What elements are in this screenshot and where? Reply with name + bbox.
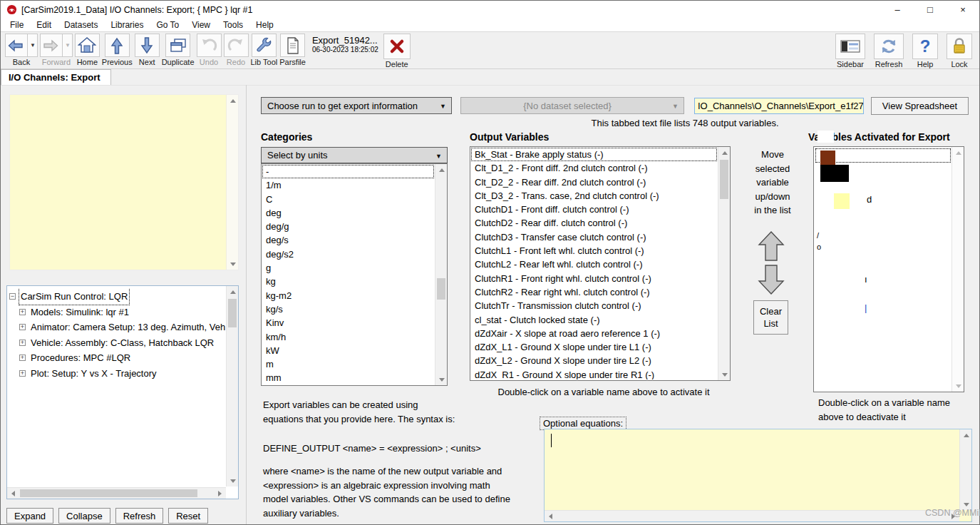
tree-item[interactable]: +Vehicle: Assembly: C-Class, Hatchback L… xyxy=(9,335,225,351)
move-down-button[interactable] xyxy=(758,264,785,295)
tree-action-button[interactable]: Refresh xyxy=(115,508,164,524)
output-variable-item[interactable]: ClutchD3 - Transfer case clutch control … xyxy=(471,230,717,244)
output-variable-item[interactable]: Bk_Stat - Brake apply status (-) xyxy=(471,148,717,161)
category-item[interactable]: mm xyxy=(262,371,434,384)
scroll-down-icon[interactable] xyxy=(230,479,236,483)
expand-icon[interactable]: + xyxy=(19,370,26,377)
equations-vscrollbar[interactable] xyxy=(959,429,971,510)
output-variable-item[interactable]: ClutchR1 - Front right whl. clutch contr… xyxy=(471,272,717,285)
tree-vscrollbar[interactable] xyxy=(226,286,238,486)
selected-activated-row[interactable] xyxy=(815,148,951,163)
output-variable-item[interactable]: dZdX_L1 - Ground X slope under tire L1 (… xyxy=(471,340,717,354)
menu-item[interactable]: Libraries xyxy=(104,19,150,31)
expand-icon[interactable]: + xyxy=(19,340,26,346)
close-button[interactable]: × xyxy=(947,1,979,19)
scroll-up-icon[interactable] xyxy=(722,151,728,155)
sidebar-button[interactable]: Sidebar xyxy=(835,34,865,68)
move-up-button[interactable] xyxy=(758,230,785,262)
output-variable-item[interactable]: ClutchTr - Transmission clutch control (… xyxy=(471,299,717,312)
lock-button[interactable]: Lock xyxy=(947,34,972,68)
back-dropdown-icon[interactable]: ▼ xyxy=(27,34,36,56)
dataset-select-dropdown[interactable]: {No dataset selected} ▼ xyxy=(460,97,684,114)
notes-scrollbar[interactable] xyxy=(226,95,238,270)
tree-item[interactable]: +Models: Simulink: lqr #1 xyxy=(9,305,225,320)
panel-splitter[interactable] xyxy=(246,85,247,524)
category-item[interactable]: m xyxy=(262,357,434,371)
expand-icon[interactable]: + xyxy=(19,355,26,361)
category-item[interactable]: deg/s xyxy=(262,233,434,247)
tree-item[interactable]: +Plot: Setup: Y vs X - Trajectory xyxy=(9,366,225,382)
run-select-dropdown[interactable]: Choose run to get export information ▼ xyxy=(261,97,452,114)
category-item[interactable]: kg-m2 xyxy=(262,289,434,302)
collapse-icon[interactable]: − xyxy=(9,293,16,300)
scroll-right-icon[interactable] xyxy=(218,491,222,496)
menu-item[interactable]: Go To xyxy=(150,19,185,31)
category-item[interactable]: g xyxy=(262,261,434,275)
notes-field[interactable] xyxy=(9,94,239,270)
tree-item[interactable]: +Animator: Camera Setup: 13 deg. Azimuth… xyxy=(9,320,225,335)
view-spreadsheet-button[interactable]: View Spreadsheet xyxy=(871,97,969,115)
category-item[interactable]: kg/s xyxy=(262,302,434,316)
scroll-up-icon[interactable] xyxy=(230,99,236,103)
output-variable-item[interactable]: ClutchL2 - Rear left whl. clutch control… xyxy=(471,258,717,271)
menu-item[interactable]: Tools xyxy=(217,19,249,31)
menu-item[interactable]: View xyxy=(185,19,217,31)
duplicate-button[interactable]: Duplicate xyxy=(162,34,195,66)
help-button[interactable]: ? Help xyxy=(912,34,938,68)
output-variable-item[interactable]: Clt_D3_2 - Trans. case, 2nd clutch contr… xyxy=(471,189,717,203)
category-item[interactable]: kW xyxy=(262,344,434,357)
output-variable-item[interactable]: Clt_D1_2 - Front diff. 2nd clutch contro… xyxy=(471,161,717,175)
category-item[interactable]: Kinv xyxy=(262,316,434,330)
output-variable-item[interactable]: ClutchR2 - Rear right whl. clutch contro… xyxy=(471,285,717,299)
scroll-down-icon[interactable] xyxy=(722,373,728,377)
output-variable-item[interactable]: ClutchL1 - Front left whl. clutch contro… xyxy=(471,244,717,258)
output-variable-item[interactable]: ClutchD1 - Front diff. clutch control (-… xyxy=(471,203,717,216)
output-variable-item[interactable]: dZdX_L2 - Ground X slope under tire L2 (… xyxy=(471,354,717,367)
output-variable-item[interactable]: dZdXair - X slope at road aero reference… xyxy=(471,327,717,340)
category-item[interactable]: deg/g xyxy=(262,220,434,233)
lib-tool-button[interactable]: Lib Tool xyxy=(251,34,278,66)
tree-hscrollbar[interactable] xyxy=(7,487,226,499)
select-by-units-dropdown[interactable]: Select by units ▼ xyxy=(261,147,448,163)
optional-equations-field[interactable] xyxy=(544,429,972,522)
tree-action-button[interactable]: Collapse xyxy=(58,508,110,524)
category-item[interactable]: deg/s2 xyxy=(262,248,434,261)
category-item[interactable]: - xyxy=(262,165,434,178)
home-button[interactable]: Home xyxy=(75,34,100,66)
categories-scrollbar[interactable] xyxy=(435,164,447,385)
scroll-down-icon[interactable] xyxy=(230,262,236,266)
output-variable-item[interactable]: Clt_D2_2 - Rear diff. 2nd clutch control… xyxy=(471,175,717,189)
scroll-up-icon[interactable] xyxy=(956,151,961,155)
tree-item[interactable]: +Procedures: MPC #LQR xyxy=(9,350,225,366)
scroll-up-icon[interactable] xyxy=(964,434,969,437)
scroll-down-icon[interactable] xyxy=(964,503,969,506)
clear-list-button[interactable]: Clear List xyxy=(753,300,788,335)
equations-hscrollbar[interactable] xyxy=(545,510,959,521)
expand-icon[interactable]: + xyxy=(19,324,26,330)
delete-button[interactable]: Delete xyxy=(383,34,411,68)
tree-root-item[interactable]: − CarSim Run Control: LQR xyxy=(9,289,225,305)
output-variable-item[interactable]: cl_stat - Clutch locked state (-) xyxy=(471,313,717,327)
scroll-left-icon[interactable] xyxy=(11,491,15,496)
category-item[interactable]: C xyxy=(262,193,434,206)
category-item[interactable]: km/h xyxy=(262,330,434,344)
menu-item[interactable]: File xyxy=(4,19,30,31)
activated-scrollbar[interactable] xyxy=(951,147,964,392)
category-item[interactable]: deg xyxy=(262,206,434,220)
scroll-up-icon[interactable] xyxy=(439,168,445,172)
back-button[interactable]: ▼ Back xyxy=(5,34,38,66)
scroll-left-icon[interactable] xyxy=(549,514,552,519)
refresh-button[interactable]: Refresh xyxy=(874,34,904,68)
menu-item[interactable]: Help xyxy=(249,19,280,31)
output-variable-item[interactable]: dZdX_R1 - Ground X slope under tire R1 (… xyxy=(471,368,717,379)
category-item[interactable]: kg xyxy=(262,275,434,288)
scroll-down-icon[interactable] xyxy=(439,378,445,382)
minimize-button[interactable]: – xyxy=(881,1,914,19)
scroll-down-icon[interactable] xyxy=(956,384,961,388)
category-item[interactable]: 1/m xyxy=(262,178,434,192)
menu-item[interactable]: Datasets xyxy=(58,19,104,31)
tree-root-label[interactable]: CarSim Run Control: LQR xyxy=(19,289,129,305)
parsfile-button[interactable]: Parsfile xyxy=(279,34,306,66)
maximize-button[interactable]: □ xyxy=(914,1,947,19)
output-variables-scrollbar[interactable] xyxy=(718,147,730,380)
